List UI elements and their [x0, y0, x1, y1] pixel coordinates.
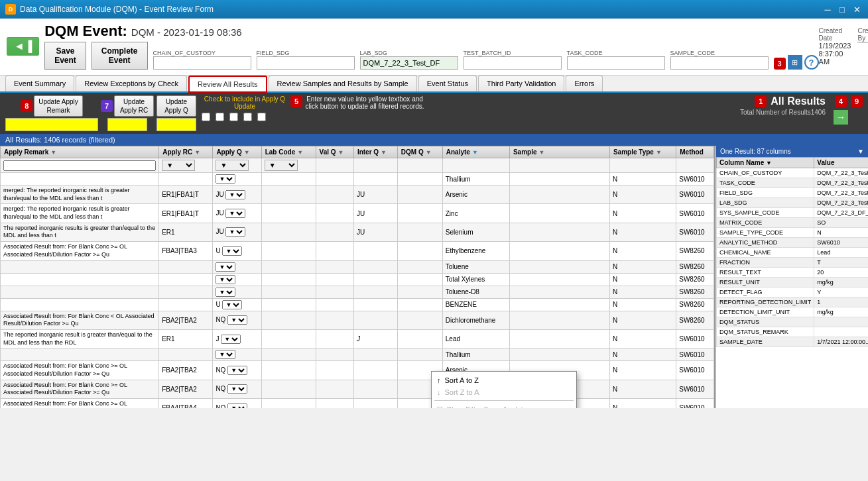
tab-errors[interactable]: Errors	[566, 76, 603, 91]
title-bar: D Data Qualification Module (DQM) - Even…	[0, 0, 868, 19]
table-row[interactable]: ▼Total XylenesNSW8260	[1, 273, 714, 286]
apply-q-select-empty[interactable]: ▼	[216, 174, 235, 184]
cell-sample-type: N	[609, 298, 676, 311]
table-row[interactable]: merged: The reported inorganic result is…	[1, 204, 714, 223]
cell-apply-q[interactable]: ▼	[213, 260, 261, 273]
apply-q-select[interactable]: ▼	[227, 366, 247, 375]
cell-apply-q[interactable]: NQ ▼	[213, 361, 261, 380]
cell-labCode	[261, 361, 316, 380]
table-row[interactable]: ▼ThalliumNSW6010	[1, 173, 714, 186]
sample-code-input[interactable]	[670, 56, 769, 70]
cell-apply-q[interactable]: U ▼	[213, 242, 261, 260]
apply-q-select[interactable]: ▼	[225, 190, 245, 199]
help-button[interactable]: ?	[804, 55, 819, 70]
side-panel-filter-icon[interactable]: ▼	[857, 148, 864, 155]
cell-apply-q[interactable]: ▼	[213, 348, 261, 361]
table-row[interactable]: The reported inorganic results is greate…	[1, 223, 714, 241]
checkbox-3[interactable]	[229, 113, 238, 121]
update-apply-q-button[interactable]: UpdateApply Q	[156, 95, 196, 117]
table-row[interactable]: Associated Result from: For Blank Conc >…	[1, 380, 714, 398]
cell-apply-q[interactable]: JU ▼	[213, 223, 261, 241]
update-apply-remark-button[interactable]: Update ApplyRemark	[34, 95, 83, 117]
cell-analyte: Lead	[442, 329, 509, 348]
apply-q-select[interactable]: ▼	[221, 335, 241, 344]
cell-apply-q[interactable]: U ▼	[213, 298, 261, 311]
complete-event-button[interactable]: Complete Event	[92, 42, 148, 70]
analyte-filter-dropdown[interactable]: ↑ Sort A to Z ↓ Sort Z to A ▽ Clear Filt…	[431, 371, 577, 408]
apply-q-select[interactable]: ▼	[222, 246, 242, 256]
table-row[interactable]: Associated Result from: For Blank Conc <…	[1, 311, 714, 329]
test-batch-input[interactable]	[464, 56, 562, 70]
apply-q-select-empty[interactable]: ▼	[216, 350, 235, 359]
main-table[interactable]: Apply Remark ▼ Apply RC ▼ Apply Q ▼ Lab …	[0, 146, 715, 408]
table-row[interactable]: ▼TolueneNSW8260	[1, 260, 714, 273]
minimize-button[interactable]: ─	[822, 4, 834, 15]
chain-custody-input[interactable]	[153, 56, 251, 70]
sort-a-to-z[interactable]: ↑ Sort A to Z	[434, 374, 574, 386]
apply-q-select[interactable]: ▼	[225, 227, 245, 237]
table-row[interactable]: Associated Result from: For Blank Conc >…	[1, 242, 714, 260]
cell-apply-q[interactable]: NQ ▼	[213, 380, 261, 398]
cell-apply-q[interactable]: ▼	[213, 173, 261, 186]
sort-z-to-a[interactable]: ↓ Sort Z to A	[434, 386, 574, 398]
close-button[interactable]: ✕	[851, 4, 863, 15]
cell-apply-q[interactable]: ▼	[213, 273, 261, 286]
event-id: DQM - 2023-01-19 08:36	[131, 27, 242, 38]
tab-review-all-results[interactable]: Review All Results	[188, 76, 267, 93]
cell-sample-type: N	[609, 329, 676, 348]
apply-q-select[interactable]: ▼	[225, 209, 245, 218]
apply-q-select-empty[interactable]: ▼	[216, 288, 235, 297]
update-apply-remark-input[interactable]	[5, 118, 98, 131]
cell-interQ	[353, 173, 397, 186]
table-row[interactable]: The reported inorganic result is greater…	[1, 329, 714, 348]
update-apply-q-input[interactable]	[156, 118, 196, 131]
lab-sdg-input[interactable]	[360, 56, 458, 70]
maximize-button[interactable]: □	[836, 4, 848, 15]
side-panel-row: SAMPLE_DATE1/7/2021 12:00:00...	[717, 337, 869, 347]
apply-q-select-empty[interactable]: ▼	[216, 262, 235, 272]
table-row[interactable]: merged: The reported inorganic result is…	[1, 186, 714, 204]
apply-q-select[interactable]: ▼	[222, 300, 242, 309]
checkbox-4[interactable]	[243, 113, 252, 121]
grid-icon-button[interactable]: ⊞	[788, 55, 802, 70]
apply-q-select[interactable]: ▼	[227, 315, 247, 325]
table-row[interactable]: Associated Result from: For Blank Conc >…	[1, 399, 714, 409]
cell-sample-type: N	[609, 273, 676, 286]
apply-q-select[interactable]: ▼	[227, 384, 247, 394]
task-code-input[interactable]	[567, 56, 665, 70]
cell-apply-q[interactable]: NQ ▼	[213, 399, 261, 409]
apply-q-select-empty[interactable]: ▼	[216, 275, 235, 284]
cell-sample	[509, 173, 609, 186]
filter-apply-rc[interactable]: ▼	[162, 160, 195, 171]
field-sdg-input[interactable]	[257, 56, 355, 70]
tab-review-exceptions[interactable]: Review Exceptions by Check	[76, 76, 187, 91]
cell-apply-q[interactable]: JU ▼	[213, 204, 261, 223]
filter-apply-remark[interactable]	[3, 160, 156, 171]
table-row[interactable]: Associated Result from: For Blank Conc >…	[1, 361, 714, 380]
save-event-button[interactable]: Save Event	[44, 42, 86, 70]
cell-apply-q[interactable]: NQ ▼	[213, 311, 261, 329]
filter-lab-code[interactable]: ▼	[265, 160, 298, 171]
checkbox-2[interactable]	[216, 113, 224, 121]
table-row[interactable]: ▼ThalliumNSW6010	[1, 348, 714, 361]
tab-event-summary[interactable]: Event Summary	[5, 76, 74, 91]
chain-custody-label: CHAIN_OF_CUSTODY	[153, 50, 251, 56]
checkbox-5[interactable]	[257, 113, 266, 121]
tab-event-status[interactable]: Event Status	[418, 76, 477, 91]
filter-apply-q[interactable]: ▼	[216, 160, 249, 171]
update-apply-rc-button[interactable]: UpdateApply RC	[114, 95, 154, 117]
cell-apply-q[interactable]: JU ▼	[213, 186, 261, 204]
tab-third-party[interactable]: Third Party Validation	[478, 76, 564, 91]
clear-filter-analyte[interactable]: ▽ Clear Filter From Analyte	[434, 403, 574, 408]
table-row[interactable]: U ▼BENZENENSW8260	[1, 298, 714, 311]
back-button[interactable]: ◄▐	[7, 37, 39, 56]
checkbox-1[interactable]	[202, 113, 210, 121]
cell-apply-q[interactable]: J ▼	[213, 329, 261, 348]
cell-apply-q[interactable]: ▼	[213, 286, 261, 298]
nav-arrow-button[interactable]: →	[834, 110, 848, 125]
table-row[interactable]: ▼Toluene-D8NSW8260	[1, 286, 714, 298]
cell-analyte: Selenium	[442, 223, 509, 241]
update-apply-rc-input[interactable]	[107, 118, 147, 131]
apply-q-select[interactable]: ▼	[227, 403, 247, 408]
tab-review-samples[interactable]: Review Samples and Results by Sample	[269, 76, 417, 91]
